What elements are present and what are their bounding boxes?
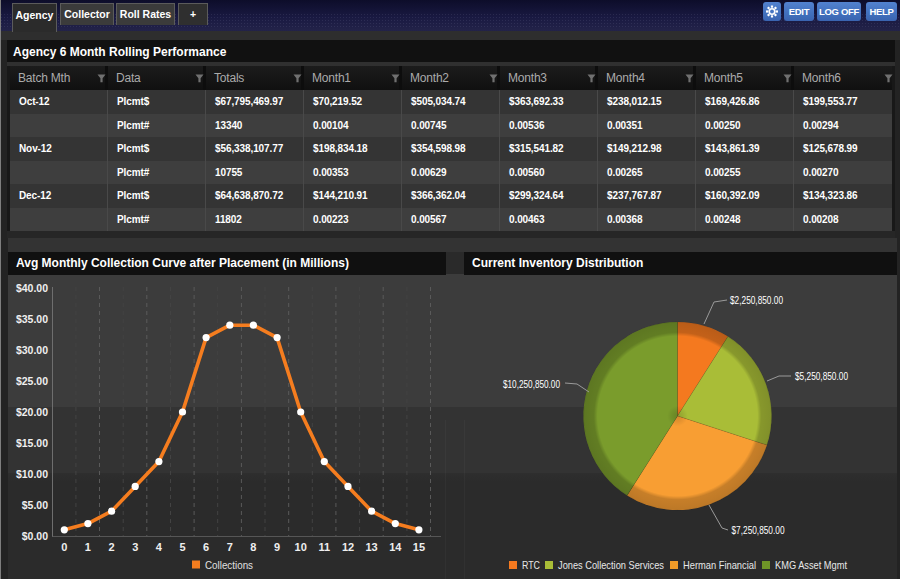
svg-text:3: 3 (132, 541, 138, 553)
svg-text:$5.00: $5.00 (22, 499, 48, 511)
svg-text:15: 15 (413, 541, 425, 553)
svg-text:$7,250,850.00: $7,250,850.00 (732, 524, 785, 536)
svg-text:13: 13 (365, 541, 377, 553)
svg-text:12: 12 (342, 541, 354, 553)
svg-text:Jones Collection Services: Jones Collection Services (558, 559, 664, 571)
svg-text:6: 6 (203, 541, 209, 553)
svg-text:11: 11 (318, 541, 330, 553)
svg-text:Collections: Collections (205, 559, 253, 571)
svg-text:10: 10 (295, 541, 307, 553)
svg-text:$25.00: $25.00 (16, 375, 48, 387)
svg-text:$2,250,850.00: $2,250,850.00 (730, 294, 783, 306)
svg-text:4: 4 (156, 541, 163, 553)
svg-text:$0.00: $0.00 (22, 530, 48, 542)
svg-text:8: 8 (250, 541, 256, 553)
svg-text:$10,250,850.00: $10,250,850.00 (503, 378, 560, 390)
svg-text:RTC: RTC (522, 559, 540, 571)
svg-text:7: 7 (227, 541, 233, 553)
svg-text:$30.00: $30.00 (16, 344, 48, 356)
svg-text:5: 5 (179, 541, 185, 553)
svg-text:2: 2 (109, 541, 115, 553)
svg-text:9: 9 (274, 541, 280, 553)
svg-text:Herman Financial: Herman Financial (683, 559, 756, 571)
svg-text:0: 0 (61, 541, 67, 553)
svg-text:$5,250,850.00: $5,250,850.00 (795, 370, 848, 382)
svg-text:1: 1 (85, 541, 91, 553)
svg-text:KMG Asset Mgmt: KMG Asset Mgmt (775, 559, 847, 571)
svg-text:$15.00: $15.00 (16, 437, 48, 449)
svg-text:14: 14 (389, 541, 402, 553)
svg-text:$40.00: $40.00 (16, 282, 48, 294)
svg-text:$10.00: $10.00 (16, 468, 48, 480)
svg-text:$35.00: $35.00 (16, 313, 48, 325)
svg-text:$20.00: $20.00 (16, 406, 48, 418)
